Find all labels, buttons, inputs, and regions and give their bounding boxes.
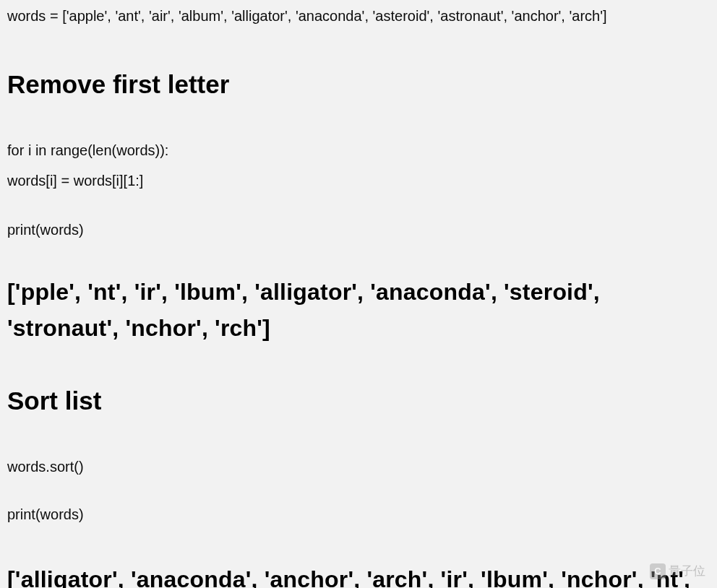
watermark-text: 量子位 <box>669 563 705 579</box>
watermark-icon: C <box>650 563 666 579</box>
output-removed-first-letter: ['pple', 'nt', 'ir', 'lbum', 'alligator'… <box>7 274 710 346</box>
code-print-2: print(words) <box>7 504 710 524</box>
code-print-1: print(words) <box>7 220 710 240</box>
code-sort: words.sort() <box>7 457 710 477</box>
watermark-icon-label: C <box>654 566 661 576</box>
heading-sort-list: Sort list <box>7 386 710 416</box>
code-words-init: words = ['apple', 'ant', 'air', 'album',… <box>7 6 710 26</box>
code-slice-assign: words[i] = words[i][1:] <box>7 170 710 191</box>
output-sorted: ['alligator', 'anaconda', 'anchor', 'arc… <box>7 562 710 588</box>
watermark: C 量子位 <box>650 563 705 579</box>
heading-remove-first-letter: Remove first letter <box>7 69 710 100</box>
code-for-loop: for i in range(len(words)): <box>7 140 710 160</box>
